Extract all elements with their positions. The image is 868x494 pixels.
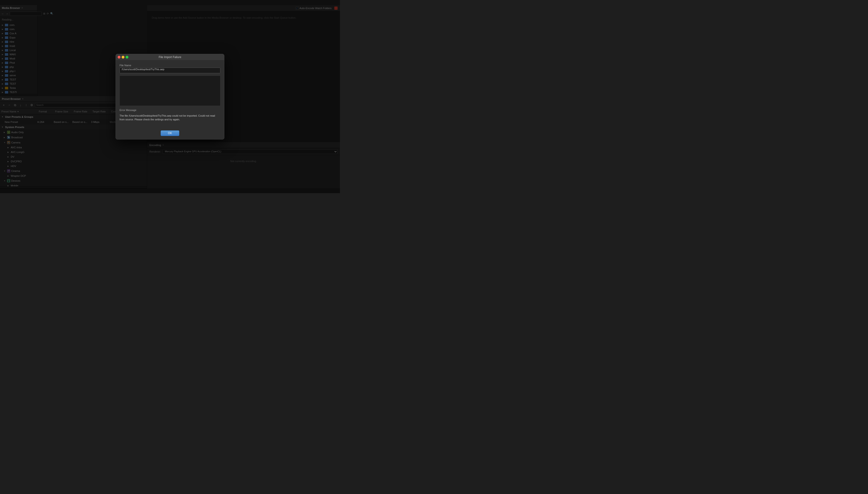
traffic-light-red[interactable]: [117, 56, 121, 59]
file-path-display: /Users/scott/Desktop/test/TryThis.aep: [120, 68, 220, 73]
dialog-title: File Import Failure: [159, 56, 181, 59]
traffic-light-yellow[interactable]: [122, 56, 124, 59]
dialog-overlay: File Import Failure File Name /Users/sco…: [0, 0, 340, 193]
error-message-text: The file /Users/scott/Desktop/test/TryTh…: [120, 112, 220, 123]
file-name-label: File Name: [120, 64, 220, 67]
dialog-traffic-lights: [117, 56, 128, 59]
ok-button[interactable]: OK: [161, 130, 179, 136]
dialog-error-section: Error Message The file /Users/scott/Desk…: [120, 109, 220, 123]
dialog-text-area: [120, 76, 220, 106]
dialog-footer: OK: [116, 129, 224, 139]
file-import-failure-dialog: File Import Failure File Name /Users/sco…: [115, 54, 224, 139]
dialog-titlebar: File Import Failure: [116, 54, 224, 61]
dialog-body: File Name /Users/scott/Desktop/test/TryT…: [116, 61, 224, 129]
traffic-light-green[interactable]: [126, 56, 128, 59]
error-message-label: Error Message: [120, 109, 220, 112]
